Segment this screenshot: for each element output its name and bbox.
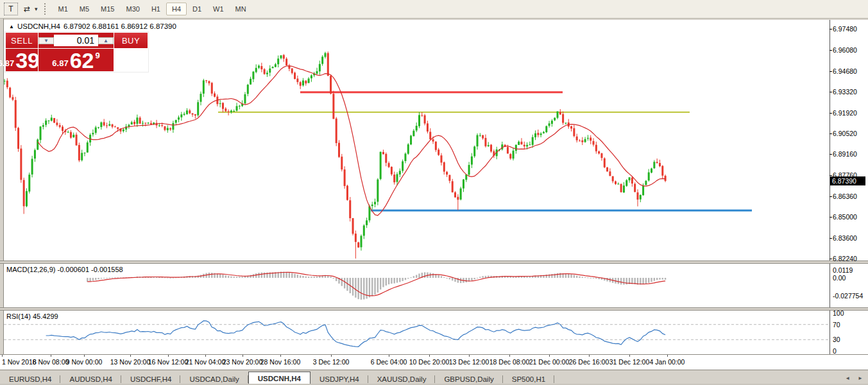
candle-body [144,123,146,123]
candle-body [598,151,600,153]
time-axis-label: 23 Nov 20:00 [223,358,262,366]
time-axis-tick [205,355,206,357]
candle-body [203,80,205,94]
macd-histogram-bar [258,273,259,278]
macd-histogram-bar [294,274,295,278]
price-axis-label: 6.89160 [833,150,857,158]
macd-histogram-bar [101,278,102,278]
symbol-tab-usdcnh[interactable]: USDCNH,H4 [248,372,311,385]
macd-histogram-bar [285,272,287,278]
price-axis-tick [830,196,832,197]
sell-price-display[interactable]: 6.87 39 0 [6,49,38,71]
macd-histogram-bar [446,278,447,278]
candle-body [258,65,260,67]
tab-scroll-left-icon[interactable]: ◄ [845,375,850,381]
rsi-axis-label: 100 [833,309,844,317]
candle-body [344,169,346,186]
macd-histogram-bar [112,277,113,278]
candle-body [336,119,337,143]
macd-histogram-bar [405,278,406,280]
candle-body [413,131,414,136]
candle-body [435,142,437,150]
candle-body [509,154,511,158]
candle-body [72,135,74,137]
candle-body [565,123,566,123]
candle-body [380,152,382,179]
candle-body [515,145,517,151]
candle-body [26,191,28,207]
timeframe-button-h4[interactable]: H4 [166,3,187,15]
macd-histogram-bar [363,278,364,300]
macd-histogram-bar [388,278,389,284]
candle-body [219,103,221,104]
timeframe-button-m30[interactable]: M30 [121,3,146,15]
candle-body [416,126,418,130]
volume-increase-button[interactable]: ▲ [98,37,114,44]
macd-histogram-bar [432,273,434,278]
price-axis-tick [830,238,832,239]
candle-body [40,126,42,140]
tab-scroll-right-icon[interactable]: ► [858,375,863,381]
candle-body [424,116,426,124]
buy-price-display[interactable]: 6.87 62 9 [38,49,114,71]
candle-body [327,53,329,76]
macd-histogram-bar [228,276,229,278]
timeframe-button-mn[interactable]: MN [230,3,252,15]
price-axis-label: 6.82240 [833,255,857,262]
timeframe-button-m15[interactable]: M15 [95,3,120,15]
candle-body [457,197,459,200]
moving-average-line[interactable] [38,66,665,216]
volume-input[interactable] [54,35,98,46]
price-axis-label: 6.97480 [833,25,857,33]
timeframe-button-m1[interactable]: M1 [53,3,74,15]
buy-button[interactable]: BUY [114,33,148,48]
macd-histogram-bar [587,277,588,278]
candle-body [490,145,492,152]
macd-histogram-bar [407,278,409,278]
arrows-tool-dropdown-icon[interactable]: ▾ [35,6,38,12]
macd-histogram-bar [466,278,467,282]
candle-body [482,135,484,139]
timeframe-button-group: M1M5M15M30H1H4D1W1MN [53,3,252,15]
candle-body [296,78,298,81]
candle-body [142,123,144,124]
candle-body [562,114,564,123]
timeframe-button-w1[interactable]: W1 [207,3,230,15]
candle-body [366,220,368,225]
trading-terminal: T ⇄ ▾ M1M5M15M30H1H4D1W1MN ▲ USDCNH,H4 6… [0,0,868,385]
candle-body [402,161,404,171]
candle-body [520,142,522,144]
candle-body [81,153,83,160]
volume-decrease-button[interactable]: ▼ [38,37,54,44]
text-tool-icon[interactable]: T [4,3,18,15]
macd-histogram-bar [482,276,483,278]
arrows-tool-icon[interactable]: ⇄ [21,3,33,15]
macd-indicator-panel[interactable] [4,262,830,307]
timeframe-button-m5[interactable]: M5 [74,3,95,15]
chart-ohlc-quotes: 6.87902 6.88161 6.86912 6.87390 [64,22,176,30]
macd-histogram-bar [167,278,168,278]
price-axis-label: 6.91920 [833,109,857,117]
macd-histogram-bar [300,275,301,278]
macd-histogram-bar [410,277,411,278]
candle-body [526,145,528,147]
candle-body [642,185,644,195]
candle-body [194,114,196,116]
candle-body [239,106,241,107]
one-click-trading-panel: SELL ▼ ▲ BUY 6.87 39 0 6.87 62 9 [5,32,148,72]
time-axis[interactable]: 1 Nov 20186 Nov 08:009 Nov 00:0013 Nov 2… [0,354,868,370]
time-axis-label: 1 Nov 2018 [2,358,37,366]
candle-body [311,75,312,78]
candle-body [523,145,525,146]
time-axis-label: 13 Dec 12:00 [449,358,489,366]
timeframe-button-h1[interactable]: H1 [146,3,166,15]
candle-body [374,202,376,205]
candle-body [148,123,149,123]
candle-body [161,125,163,126]
sell-button[interactable]: SELL [6,33,38,48]
candle-body [95,128,97,133]
rsi-indicator-panel[interactable] [4,309,830,354]
macd-histogram-bar [330,277,331,278]
candle-body [83,153,85,153]
timeframe-button-d1[interactable]: D1 [187,3,207,15]
